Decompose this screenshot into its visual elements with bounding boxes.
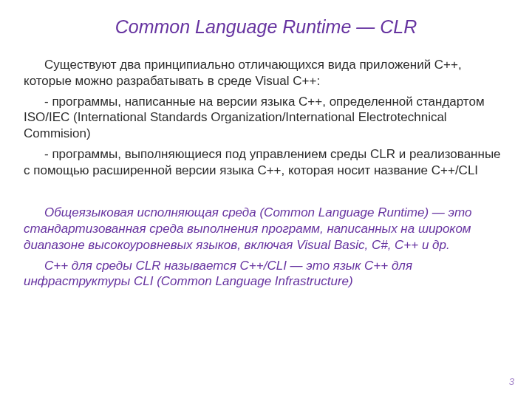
- body-paragraph-2: - программы, написанные на версии языка …: [24, 94, 508, 142]
- body-paragraph-3: - программы, выполняющиеся под управлени…: [24, 146, 508, 179]
- accent-paragraph-1: Общеязыковая исполняющая среда (Common L…: [24, 205, 508, 253]
- slide: Common Language Runtime — CLR Существуют…: [0, 0, 532, 399]
- slide-title: Common Language Runtime — CLR: [24, 16, 508, 38]
- accent-paragraph-2: С++ для среды CLR называется C++/CLI — э…: [24, 258, 508, 290]
- page-number: 3: [509, 376, 514, 387]
- body-paragraph-1: Существуют два принципиально отличающихс…: [24, 57, 508, 89]
